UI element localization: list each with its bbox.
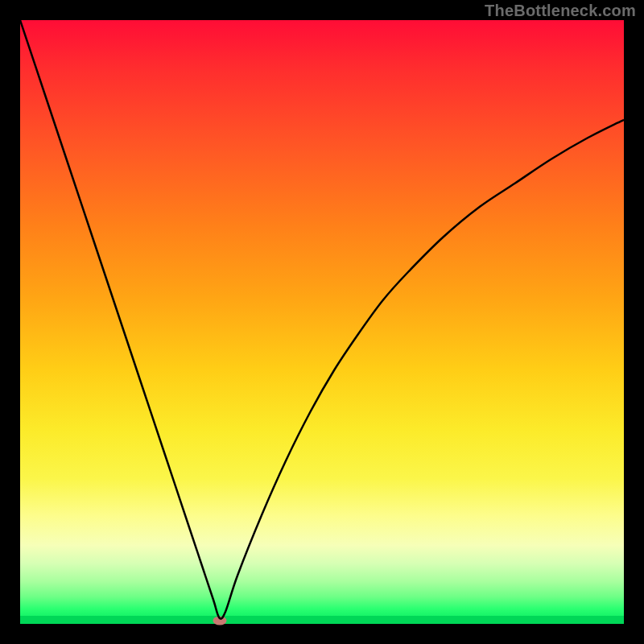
watermark-label: TheBottleneck.com bbox=[485, 2, 636, 20]
bottleneck-curve bbox=[20, 20, 624, 624]
chart-frame: TheBottleneck.com bbox=[0, 0, 644, 644]
chart-plot-area bbox=[20, 20, 624, 624]
